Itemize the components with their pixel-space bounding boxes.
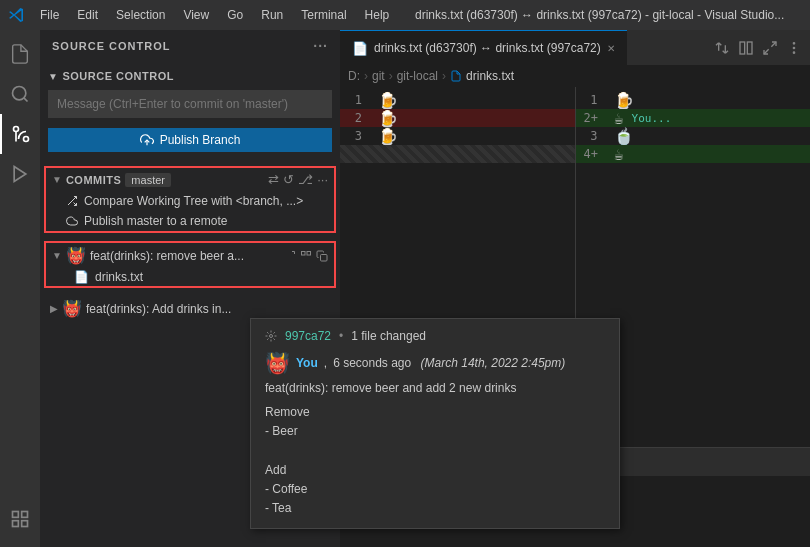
commits-header-icons: ⇄ ↺ ⎇ ··· [268,172,328,187]
vscode-logo [8,7,24,23]
svg-point-23 [270,335,273,338]
line-num-left-2: 2 [340,111,370,125]
line-num-left-3: 3 [340,129,370,143]
commits-more-icon[interactable]: ··· [317,172,328,187]
svg-point-2 [14,127,19,132]
line-content-left-2: 🍺 [370,109,406,128]
expand-icon[interactable] [762,40,778,56]
line-content-left-1: 🍺 [370,91,406,110]
copy-icon[interactable] [316,250,328,262]
breadcrumb-d: D: [348,69,360,83]
commit-message-input[interactable] [48,90,332,118]
publish-branch-label: Publish Branch [160,133,241,147]
menu-view[interactable]: View [175,6,217,24]
commit-label-2: feat(drinks): Add drinks in... [86,302,330,316]
activity-icon-search[interactable] [0,74,40,114]
breadcrumb-file: drinks.txt [466,69,514,83]
tab-toolbar [714,40,810,56]
svg-rect-9 [13,521,19,527]
commit-item-1: ▼ 👹 feat(drinks): remove beer a... 📄 dri… [44,241,336,288]
sidebar-header: SOURCE CONTROL ··· [40,30,340,62]
source-control-section: ▼ SOURCE CONTROL Publish Branch [40,62,340,162]
source-control-label: ▼ SOURCE CONTROL [40,66,340,86]
compare-working-tree-item[interactable]: Compare Working Tree with <branch, ...> [46,191,334,211]
activity-icon-extensions[interactable] [0,499,40,539]
branch-badge: master [125,173,171,187]
diff-line-right-3: 3 🍵 [576,127,811,145]
editor-tabs: 📄 drinks.txt (d63730f) ↔ drinks.txt (997… [340,30,810,65]
line-content-right-4: ☕ [606,145,632,164]
tooltip-avatar: 👹 [265,351,290,375]
commit-row-1[interactable]: ▼ 👹 feat(drinks): remove beer a... [46,243,334,268]
inline-icon[interactable] [738,40,754,56]
line-content-right-2: ☕ [606,109,632,128]
file-breadcrumb-icon [450,70,462,82]
commit-time: , [324,356,327,370]
line-content-left-3: 🍺 [370,127,406,146]
menu-run[interactable]: Run [253,6,291,24]
commit-tooltip: 997ca72 • 1 file changed 👹 You , 6 secon… [250,318,620,529]
diff-line-left-1: 1 🍺 [340,91,575,109]
activity-icon-run[interactable] [0,154,40,194]
menu-go[interactable]: Go [219,6,251,24]
line-content-right-1: 🍺 [606,91,642,110]
diff-line-right-1: 1 🍺 [576,91,811,109]
diff-line-right-2: 2+ ☕ You... [576,109,811,127]
file-name: drinks.txt [95,270,143,284]
menu-help[interactable]: Help [357,6,398,24]
diff-line-left-3: 3 🍺 [340,127,575,145]
compare-branches-icon[interactable] [284,250,296,262]
breadcrumb-git: git [372,69,385,83]
line-content-right-3: 🍵 [606,127,642,146]
menu-bar: File Edit Selection View Go Run Terminal… [32,6,397,24]
menu-file[interactable]: File [32,6,67,24]
menu-edit[interactable]: Edit [69,6,106,24]
svg-rect-8 [22,521,28,527]
publish-master-label: Publish master to a remote [84,214,227,228]
commit-avatar-2: 👹 [62,299,82,318]
body-line-2 [265,441,605,460]
diff-line-left-2: 2 🍺 [340,109,575,127]
line-num-right-2: 2+ [576,111,606,125]
breadcrumb-sep-3: › [442,69,446,83]
line-num-right-1: 1 [576,93,606,107]
breadcrumb-git-local: git-local [397,69,438,83]
sidebar-more-icon[interactable]: ··· [313,38,328,54]
swap-icon[interactable] [714,40,730,56]
diff-icon[interactable] [300,250,312,262]
title-bar: File Edit Selection View Go Run Terminal… [0,0,810,30]
author-name: You [296,356,318,370]
menu-selection[interactable]: Selection [108,6,173,24]
menu-terminal[interactable]: Terminal [293,6,354,24]
svg-point-0 [13,87,26,100]
body-line-3: Add [265,461,605,480]
more-icon[interactable] [786,40,802,56]
svg-rect-16 [740,42,745,54]
window-title: drinks.txt (d63730f) ↔ drinks.txt (997ca… [397,8,802,22]
refresh-icon[interactable]: ↺ [283,172,294,187]
commit-avatar-1: 👹 [66,246,86,265]
file-row-drinks[interactable]: 📄 drinks.txt [46,268,334,286]
cloud-upload-icon [140,133,154,147]
sidebar-header-icons: ··· [313,38,328,54]
section-arrow-icon: ▼ [48,71,58,82]
tab-close-icon[interactable]: ✕ [607,43,615,54]
svg-rect-15 [321,254,328,261]
commit-action-icons [284,250,328,262]
line-num-left-1: 1 [340,93,370,107]
activity-icon-source-control[interactable] [0,114,40,154]
svg-rect-17 [747,42,752,54]
breadcrumb-sep-2: › [389,69,393,83]
publish-branch-button[interactable]: Publish Branch [48,128,332,152]
commits-title: COMMITS [66,174,121,186]
branch-icon[interactable]: ⎇ [298,172,313,187]
publish-master-item[interactable]: Publish master to a remote [46,211,334,231]
svg-line-19 [764,49,769,54]
activity-icon-explorer[interactable] [0,34,40,74]
breadcrumb: D: › git › git-local › drinks.txt [340,65,810,87]
commits-header[interactable]: ▼ COMMITS master ⇄ ↺ ⎇ ··· [46,168,334,191]
compare-icon[interactable]: ⇄ [268,172,279,187]
editor-tab-diff[interactable]: 📄 drinks.txt (d63730f) ↔ drinks.txt (997… [340,30,627,65]
tab-label: drinks.txt (d63730f) ↔ drinks.txt (997ca… [374,41,601,55]
tooltip-hash-row: 997ca72 • 1 file changed [265,329,605,343]
